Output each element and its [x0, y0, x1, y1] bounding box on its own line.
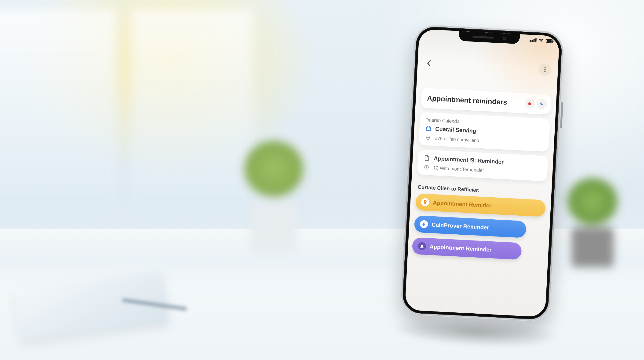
favorite-button[interactable]	[524, 98, 535, 109]
pill-label: Appointment Reminder	[430, 243, 492, 253]
wifi-icon	[539, 39, 544, 42]
calendar-icon	[425, 125, 432, 132]
pin-icon	[421, 198, 430, 207]
appointment-row-sub: 12 With mont Ternenider	[433, 165, 484, 173]
back-button[interactable]	[422, 57, 436, 70]
phone: Appointment reminders D	[399, 24, 569, 336]
calendar-card[interactable]: Duaren Calendar Cuatail Serving	[418, 112, 550, 152]
clock-icon	[423, 163, 430, 171]
svg-rect-3	[426, 127, 431, 131]
page-title: Appointment reminders	[427, 94, 507, 106]
appointment-card[interactable]: Appointment ⅋: Reminder 12 With mont Ter…	[417, 149, 548, 182]
svg-point-4	[428, 137, 429, 138]
document-icon	[423, 154, 431, 162]
svg-point-0	[544, 67, 546, 68]
calendar-row-sub: 175 alllian comviliand	[435, 135, 480, 143]
location-icon	[424, 134, 432, 141]
svg-point-2	[544, 71, 546, 72]
title-card: Appointment reminders	[420, 88, 552, 115]
phone-notch	[459, 31, 520, 44]
bell-icon	[418, 242, 426, 250]
cellular-signal-icon	[530, 38, 536, 42]
appointment-row-title: Appointment ⅋: Reminder	[434, 155, 504, 165]
plant-prop	[555, 169, 630, 267]
svg-point-1	[544, 69, 546, 70]
status-bar	[530, 38, 553, 43]
reminder-pill-appointment-2[interactable]: Appointment Reminder	[412, 237, 522, 260]
battery-icon	[546, 39, 553, 43]
phone-screen: Appointment reminders D	[405, 29, 560, 317]
calendar-row-title: Cuatail Serving	[435, 126, 476, 134]
pill-label: Appointment Remider	[433, 200, 492, 209]
scene-background: Appointment reminders D	[0, 0, 644, 360]
more-button[interactable]	[539, 63, 551, 76]
phone-side-button	[560, 102, 563, 128]
pill-label: CalnProver Reminder	[432, 221, 489, 231]
bolt-icon	[420, 220, 428, 229]
bg-window	[0, 9, 117, 220]
plant-prop	[225, 131, 323, 253]
download-button[interactable]	[536, 99, 547, 109]
reminder-pill-calnprover[interactable]: CalnProver Reminder	[414, 215, 526, 238]
